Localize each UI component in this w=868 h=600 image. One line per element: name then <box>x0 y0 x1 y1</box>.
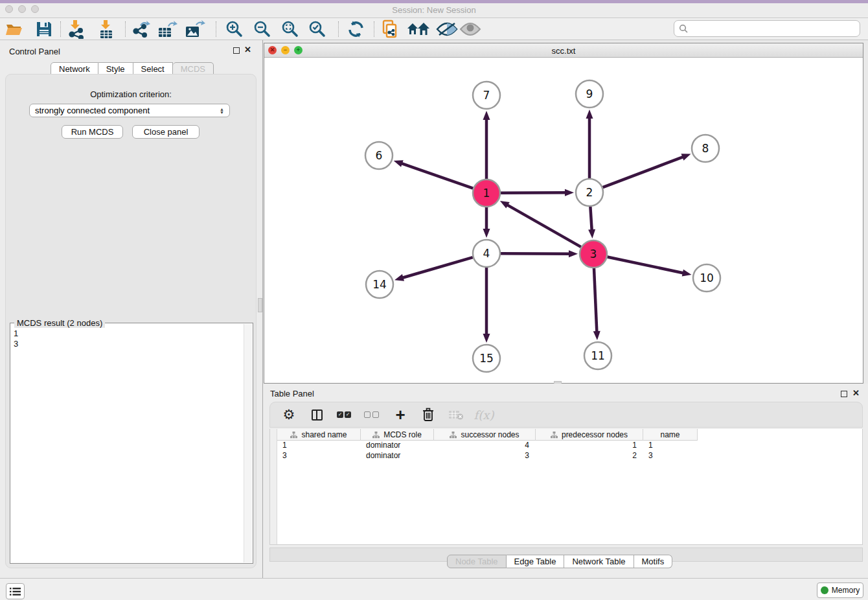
select-all-icon[interactable]: ✓✓ <box>336 406 353 423</box>
export-network-button[interactable] <box>131 19 152 39</box>
tab-network-table[interactable]: Network Table <box>564 555 634 568</box>
save-session-button[interactable] <box>34 19 54 39</box>
columns-icon[interactable] <box>308 406 325 423</box>
list-icon <box>10 587 21 596</box>
graph-edge[interactable] <box>594 268 597 334</box>
delete-icon[interactable] <box>420 406 437 423</box>
network-canvas[interactable]: 1234678910111415 <box>264 58 863 383</box>
graph-edge[interactable] <box>400 163 473 189</box>
tab-edge-table[interactable]: Edge Table <box>507 555 565 568</box>
close-panel-icon[interactable]: ✕ <box>244 45 251 54</box>
export-network-icon <box>131 20 151 38</box>
open-session-button[interactable] <box>4 19 25 39</box>
graph-edge[interactable] <box>603 156 685 187</box>
node-table[interactable]: shared name MCDS role successor nodes pr… <box>269 429 863 545</box>
run-mcds-button[interactable]: Run MCDS <box>62 125 123 139</box>
graph-edge[interactable] <box>501 192 567 193</box>
graph-node-label: 8 <box>702 142 709 155</box>
hierarchy-icon <box>450 432 457 439</box>
graph-edge[interactable] <box>401 257 473 278</box>
deselect-all-icon[interactable] <box>364 406 381 423</box>
column-header[interactable]: MCDS role <box>361 429 434 441</box>
table-cell[interactable]: 1 <box>536 441 643 451</box>
gear-icon[interactable]: ⚙ <box>280 406 297 423</box>
refresh-button[interactable] <box>346 19 367 39</box>
hide-selected-button[interactable] <box>435 19 459 39</box>
graph-node-label: 15 <box>479 352 494 365</box>
task-history-button[interactable] <box>6 583 25 599</box>
edge-arrowhead <box>682 270 692 277</box>
table-cell[interactable]: dominator <box>361 441 434 451</box>
table-cell[interactable]: 3 <box>277 451 361 461</box>
graph-edge[interactable] <box>501 253 571 254</box>
import-network-button[interactable] <box>65 19 86 39</box>
table-cell[interactable]: 4 <box>434 441 536 451</box>
memory-button[interactable]: Memory <box>817 583 863 598</box>
export-table-button[interactable] <box>157 19 178 39</box>
close-table-panel-icon[interactable]: ✕ <box>852 388 860 398</box>
edge-arrowhead <box>394 274 404 281</box>
zoom-out-icon <box>253 20 271 38</box>
panel-splitter-handle[interactable] <box>258 298 262 312</box>
float-table-panel-icon[interactable] <box>841 391 847 397</box>
zoom-fit-button[interactable] <box>280 19 301 39</box>
column-header[interactable]: name <box>643 429 698 441</box>
show-all-button[interactable] <box>459 19 482 39</box>
table-row[interactable]: 3dominator323 <box>277 451 862 461</box>
home-layout-button[interactable] <box>407 19 430 39</box>
graph-edge[interactable] <box>590 207 591 232</box>
add-icon[interactable]: + <box>392 406 409 423</box>
network-window-title: scc.txt <box>264 46 863 56</box>
hierarchy-icon <box>551 432 558 439</box>
close-panel-button[interactable]: Close panel <box>132 125 200 139</box>
mcds-result-scrollbar[interactable] <box>244 324 252 562</box>
zoom-selected-button[interactable] <box>307 19 328 39</box>
table-header-row: shared name MCDS role successor nodes pr… <box>277 429 698 441</box>
toolbar-separator <box>216 21 216 37</box>
mcds-result-title: MCDS result (2 nodes) <box>14 318 105 328</box>
zoom-in-button[interactable] <box>224 19 245 39</box>
home-icon <box>407 21 430 38</box>
column-header[interactable]: successor nodes <box>434 429 536 441</box>
toolbar-separator <box>338 21 339 37</box>
table-row[interactable]: 1dominator411 <box>277 441 862 451</box>
search-field[interactable] <box>674 20 860 37</box>
network-window-titlebar[interactable]: ✕ − + scc.txt <box>264 43 863 58</box>
float-panel-icon[interactable] <box>233 47 240 54</box>
duplicate-network-button[interactable] <box>380 19 400 39</box>
graph-edge[interactable] <box>506 204 581 247</box>
table-cell[interactable]: 1 <box>277 441 361 451</box>
toolbar-separator <box>60 21 61 37</box>
table-cell[interactable]: 3 <box>643 451 698 461</box>
mcds-result-text: 1 3 <box>12 329 242 562</box>
mcds-panel: Optimization criterion: strongly connect… <box>5 74 257 568</box>
column-header[interactable]: shared name <box>277 429 361 441</box>
table-cell[interactable]: 2 <box>536 451 643 461</box>
main-toolbar <box>0 18 868 40</box>
zoom-fit-icon <box>281 20 299 38</box>
edge-arrowhead <box>483 229 490 238</box>
zoom-out-button[interactable] <box>252 19 273 39</box>
graph-edge[interactable] <box>608 257 685 273</box>
column-header[interactable]: predecessor nodes <box>536 429 643 441</box>
table-toolbar: ⚙ ✓✓ + f( <box>269 402 863 428</box>
memory-label: Memory <box>832 586 860 595</box>
graph-node-label: 3 <box>590 248 597 260</box>
table-cell[interactable]: dominator <box>361 451 434 461</box>
edge-arrowhead <box>500 201 510 209</box>
hierarchy-icon <box>372 432 380 439</box>
show-all-icon <box>459 21 481 37</box>
refresh-icon <box>347 20 365 38</box>
export-image-button[interactable] <box>185 19 205 39</box>
tab-motifs[interactable]: Motifs <box>634 555 673 568</box>
graph-node-label: 1 <box>483 187 490 200</box>
delete-table-icon <box>448 406 464 423</box>
import-table-button[interactable] <box>96 19 117 39</box>
table-cell[interactable]: 3 <box>434 451 536 461</box>
edge-arrowhead <box>483 111 490 120</box>
tab-node-table[interactable]: Node Table <box>447 555 507 568</box>
graph-node-label: 6 <box>376 149 383 162</box>
criterion-select[interactable]: strongly connected component ▲▼ <box>29 104 230 117</box>
table-cell[interactable]: 1 <box>643 441 698 451</box>
search-input[interactable] <box>691 22 860 35</box>
